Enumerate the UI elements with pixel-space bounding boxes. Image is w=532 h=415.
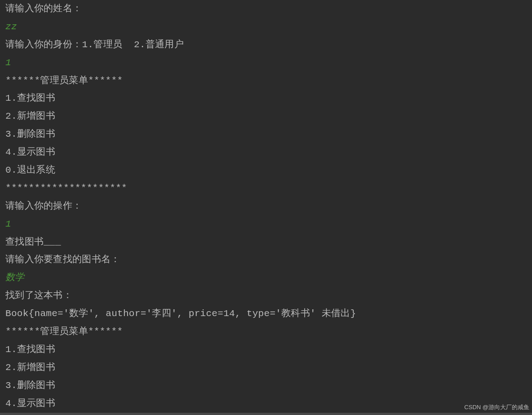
console-output: 请输入你的姓名： zz 请输入你的身份：1.管理员 2.普通用户 1 *****… [5,0,527,412]
menu-item-1-repeat: 1.查找图书 [5,341,527,359]
menu-item-2: 2.新增图书 [5,107,527,125]
menu-item-0: 0.退出系统 [5,161,527,179]
book-detail: Book{name='数学', author='李四', price=14, t… [5,305,527,323]
menu-item-2-repeat: 2.新增图书 [5,359,527,377]
menu-header-2: ******管理员菜单****** [5,323,527,341]
menu-item-1: 1.查找图书 [5,89,527,107]
user-input-name: zz [5,18,527,36]
found-message: 找到了这本书： [5,287,527,305]
user-input-bookname: 数学 [5,269,527,287]
menu-item-3-repeat: 3.删除图书 [5,377,527,395]
prompt-bookname: 请输入你要查找的图书名： [5,251,527,269]
menu-item-4-repeat: 4.显示图书 [5,395,527,413]
user-input-role: 1 [5,54,527,72]
horizontal-scrollbar[interactable] [0,413,532,415]
search-header: 查找图书___ [5,233,527,251]
watermark-text: CSDN @游向大厂的咸鱼 [464,402,529,413]
menu-item-4: 4.显示图书 [5,143,527,161]
prompt-operation: 请输入你的操作： [5,197,527,215]
prompt-role: 请输入你的身份：1.管理员 2.普通用户 [5,36,527,54]
menu-item-3: 3.删除图书 [5,125,527,143]
user-input-operation: 1 [5,215,527,233]
menu-footer: ********************* [5,179,527,197]
prompt-name: 请输入你的姓名： [5,0,527,18]
menu-header: ******管理员菜单****** [5,72,527,90]
